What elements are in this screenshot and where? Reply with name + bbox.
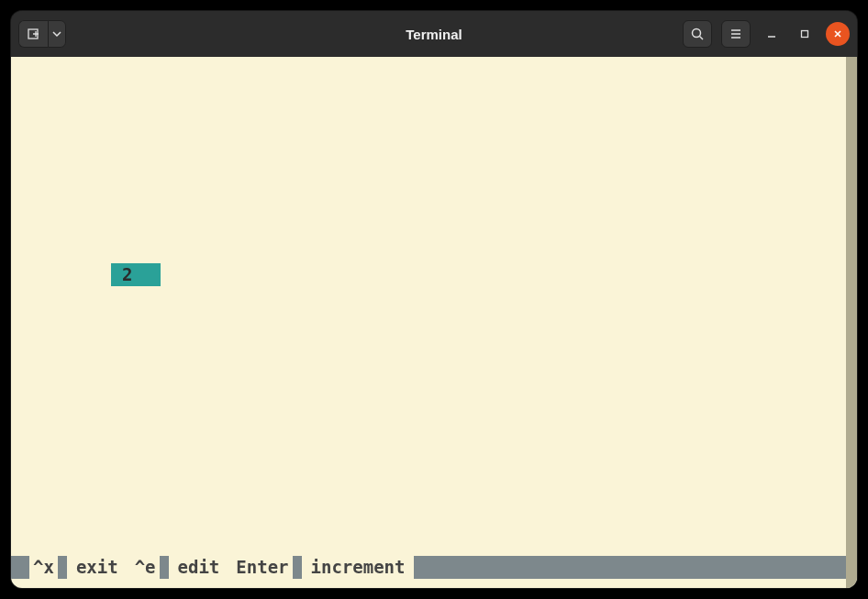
new-tab-button[interactable] <box>18 20 48 48</box>
close-icon <box>832 28 843 39</box>
window-title: Terminal <box>406 27 462 42</box>
chevron-down-icon <box>52 29 61 39</box>
footer-bar: ^x exit ^e edit Enter increment <box>11 556 846 579</box>
new-tab-dropdown[interactable] <box>48 20 66 48</box>
maximize-icon <box>799 28 810 39</box>
titlebar-left <box>18 20 66 48</box>
close-button[interactable] <box>826 22 850 46</box>
search-button[interactable] <box>683 20 712 48</box>
shortcut-key: ^e <box>128 556 160 579</box>
shortcut-label: edit <box>169 556 229 579</box>
svg-rect-9 <box>802 31 808 38</box>
new-tab-group <box>18 20 66 48</box>
shortcut-label: increment <box>302 556 415 579</box>
shortcut-key: ^x <box>29 556 58 579</box>
new-tab-icon <box>27 27 41 41</box>
search-icon <box>690 27 705 41</box>
footer-lead <box>11 556 29 579</box>
hamburger-icon <box>729 27 743 41</box>
minimize-button[interactable] <box>760 22 784 46</box>
counter-value: 2 <box>111 263 161 286</box>
titlebar: Terminal <box>11 11 857 57</box>
scrollbar-track[interactable] <box>846 57 857 588</box>
shortcut-key: Enter <box>228 556 292 579</box>
svg-point-3 <box>693 29 701 38</box>
footer-tail <box>423 556 846 579</box>
terminal-window: Terminal <box>11 11 857 588</box>
scrollbar-thumb[interactable] <box>846 57 857 588</box>
shortcut-label: exit <box>67 556 128 579</box>
svg-line-4 <box>700 37 704 40</box>
minimize-icon <box>766 28 777 39</box>
maximize-button[interactable] <box>793 22 817 46</box>
titlebar-right <box>683 20 850 48</box>
menu-button[interactable] <box>721 20 751 48</box>
terminal-body[interactable]: 2 ^x exit ^e edit Enter increment <box>11 57 857 588</box>
